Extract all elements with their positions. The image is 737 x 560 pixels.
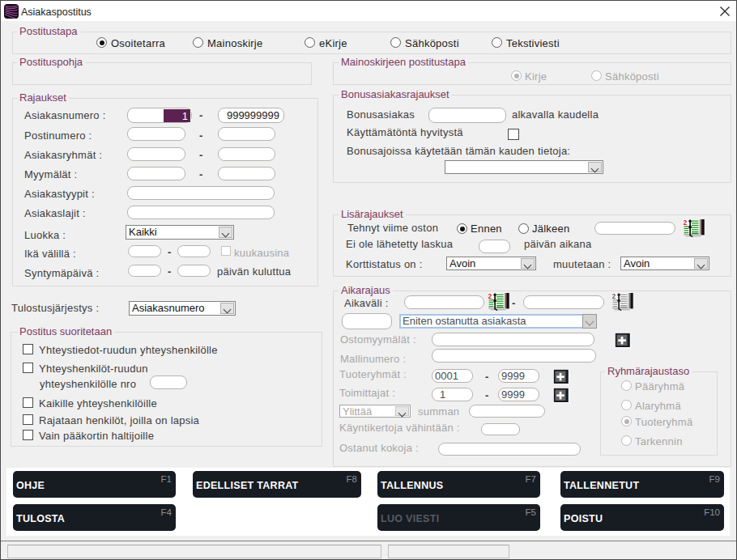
svg-text:2: 2 [684,219,688,227]
svg-text:2: 2 [612,293,616,300]
svg-text:2: 2 [488,293,492,300]
